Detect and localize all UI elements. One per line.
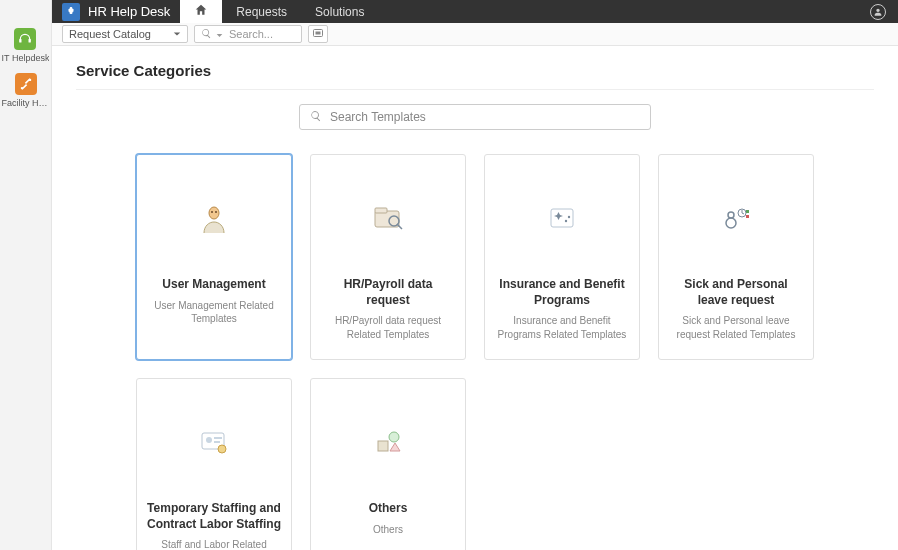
- category-title: HR/Payroll data request: [321, 277, 455, 308]
- category-card-others[interactable]: OthersOthers: [310, 378, 466, 550]
- template-search[interactable]: [299, 104, 651, 130]
- category-title: User Management: [162, 277, 265, 293]
- tools-icon: [15, 73, 37, 95]
- category-card-temp-staffing[interactable]: Temporary Staffing and Contract Labor St…: [136, 378, 292, 550]
- headset-icon: [14, 28, 36, 50]
- scan-icon: [312, 27, 324, 42]
- rail-item-facility-help-[interactable]: Facility Help…: [2, 73, 50, 108]
- tab-home[interactable]: [180, 0, 222, 23]
- category-card-hr-payroll[interactable]: HR/Payroll data requestHR/Payroll data r…: [310, 154, 466, 360]
- folder-search-icon: [321, 195, 455, 241]
- category-card-sick-leave[interactable]: Sick and Personal leave requestSick and …: [658, 154, 814, 360]
- global-search-input[interactable]: [229, 28, 289, 40]
- category-title: Others: [369, 501, 408, 517]
- page-content: Service Categories User ManagementUser M…: [52, 46, 898, 550]
- person-icon: [147, 195, 281, 241]
- rail-item-it-helpdesk[interactable]: IT Helpdesk: [2, 28, 50, 63]
- left-rail: IT HelpdeskFacility Help…: [0, 0, 52, 550]
- brand-icon: [62, 3, 80, 21]
- topbar: HR Help Desk Requests Solutions: [0, 0, 898, 23]
- template-search-input[interactable]: [330, 110, 640, 124]
- category-desc: HR/Payroll data request Related Template…: [321, 314, 455, 341]
- category-card-insurance-benefits[interactable]: Insurance and Benefit ProgramsInsurance …: [484, 154, 640, 360]
- category-desc: Others: [373, 523, 403, 537]
- tab-label: Requests: [236, 5, 287, 19]
- tab-solutions[interactable]: Solutions: [301, 0, 378, 23]
- category-title: Sick and Personal leave request: [669, 277, 803, 308]
- leave-icon: [669, 195, 803, 241]
- tab-requests[interactable]: Requests: [222, 0, 301, 23]
- catalog-dropdown[interactable]: Request Catalog: [62, 25, 188, 43]
- svg-rect-1: [315, 31, 320, 34]
- user-icon: [870, 4, 886, 20]
- brand: HR Help Desk: [52, 0, 180, 23]
- category-desc: Insurance and Benefit Programs Related T…: [495, 314, 629, 341]
- category-grid: User ManagementUser Management Related T…: [125, 154, 825, 550]
- nav-tabs: Requests Solutions: [180, 0, 378, 23]
- category-title: Temporary Staffing and Contract Labor St…: [147, 501, 281, 532]
- shapes-icon: [321, 419, 455, 465]
- chevron-down-icon: [173, 28, 181, 40]
- id-card-icon: [147, 419, 281, 465]
- page-title: Service Categories: [76, 62, 874, 90]
- category-desc: Sick and Personal leave request Related …: [669, 314, 803, 341]
- sparkle-card-icon: [495, 195, 629, 241]
- rail-item-label: Facility Help…: [2, 98, 50, 108]
- search-icon: [201, 27, 212, 42]
- scan-button[interactable]: [308, 25, 328, 43]
- category-desc: Staff and Labor Related Templates: [147, 538, 281, 550]
- dropdown-label: Request Catalog: [69, 28, 151, 40]
- rail-item-label: IT Helpdesk: [2, 53, 50, 63]
- search-icon: [310, 110, 322, 125]
- global-search[interactable]: [194, 25, 302, 43]
- app-title: HR Help Desk: [88, 4, 170, 19]
- category-desc: User Management Related Templates: [147, 299, 281, 326]
- home-icon: [194, 3, 208, 20]
- chevron-down-icon: [216, 27, 225, 42]
- tab-label: Solutions: [315, 5, 364, 19]
- category-title: Insurance and Benefit Programs: [495, 277, 629, 308]
- category-card-user-management[interactable]: User ManagementUser Management Related T…: [136, 154, 292, 360]
- user-menu-button[interactable]: [858, 0, 898, 23]
- toolbar: Request Catalog: [0, 23, 898, 46]
